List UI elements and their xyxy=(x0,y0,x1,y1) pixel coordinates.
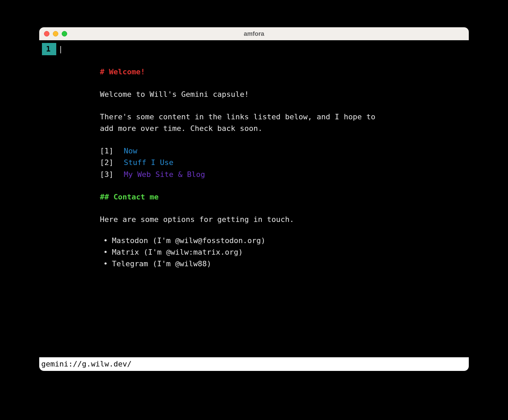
titlebar[interactable]: amfora xyxy=(39,27,469,40)
traffic-lights xyxy=(39,31,67,36)
link-index: [1] xyxy=(100,145,124,157)
terminal: 1 | # Welcome! Welcome to Will's Gemini … xyxy=(39,40,469,371)
heading-1: # Welcome! xyxy=(100,66,442,78)
tabbar: 1 | xyxy=(42,43,63,55)
bullet-icon: • xyxy=(103,246,108,258)
link-list: [1] Now [2] Stuff I Use [3] My Web Site … xyxy=(100,145,442,180)
link-index: [2] xyxy=(100,157,124,168)
paragraph: Here are some options for getting in tou… xyxy=(100,214,386,225)
link-now[interactable]: Now xyxy=(124,145,137,157)
paragraph: Welcome to Will's Gemini capsule! xyxy=(100,89,386,100)
maximize-button[interactable] xyxy=(62,31,67,36)
url-bar[interactable]: gemini://g.wilw.dev/ xyxy=(39,357,469,371)
tab-active[interactable]: 1 xyxy=(42,43,56,55)
app-window: amfora 1 | # Welcome! Welcome to Will's … xyxy=(39,27,469,371)
bullet-icon: • xyxy=(103,258,108,270)
close-button[interactable] xyxy=(44,31,49,36)
link-item: [2] Stuff I Use xyxy=(100,157,442,168)
bullet-icon: • xyxy=(103,235,108,246)
bullet-text: Matrix (I'm @wilw:matrix.org) xyxy=(112,246,243,258)
bullet-list: • Mastodon (I'm @wilw@fosstodon.org) • M… xyxy=(100,235,442,270)
list-item: • Mastodon (I'm @wilw@fosstodon.org) xyxy=(100,235,442,246)
list-item: • Matrix (I'm @wilw:matrix.org) xyxy=(100,246,442,258)
list-item: • Telegram (I'm @wilw88) xyxy=(100,258,442,270)
link-item: [1] Now xyxy=(100,145,442,157)
heading-2: ## Contact me xyxy=(100,191,442,203)
bullet-text: Mastodon (I'm @wilw@fosstodon.org) xyxy=(112,235,265,246)
paragraph: There's some content in the links listed… xyxy=(100,111,386,134)
page-content: # Welcome! Welcome to Will's Gemini caps… xyxy=(100,66,442,270)
link-item: [3] My Web Site & Blog xyxy=(100,169,442,180)
link-web-site-blog[interactable]: My Web Site & Blog xyxy=(124,169,205,180)
bullet-text: Telegram (I'm @wilw88) xyxy=(112,258,211,270)
minimize-button[interactable] xyxy=(53,31,58,36)
link-stuff-i-use[interactable]: Stuff I Use xyxy=(124,157,174,168)
tab-cursor: | xyxy=(58,43,63,55)
link-index: [3] xyxy=(100,169,124,180)
window-title: amfora xyxy=(39,30,469,38)
